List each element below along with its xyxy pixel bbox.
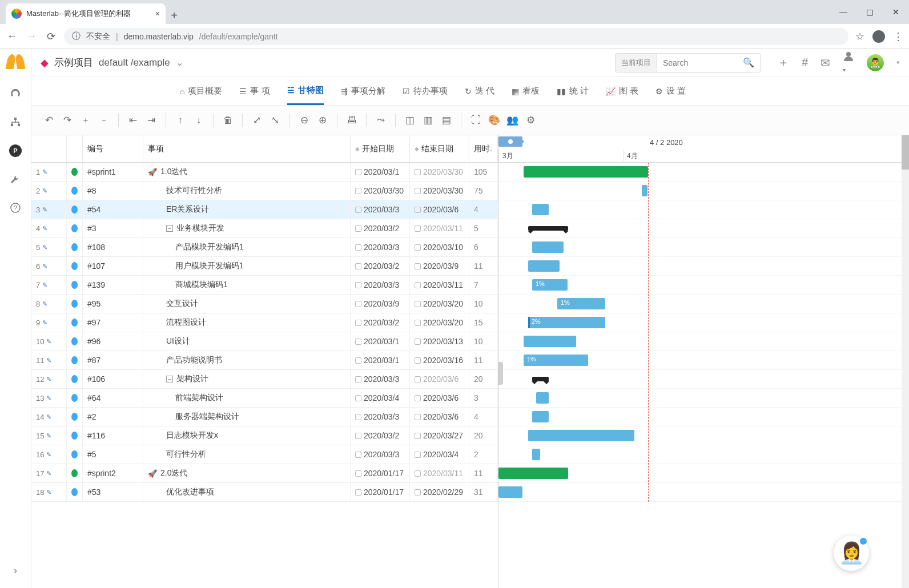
edit-icon[interactable]: ✎ — [42, 244, 47, 251]
row-end-date[interactable]: 2020/03/11 — [410, 219, 469, 237]
collapse-all-button[interactable]: ⤡ — [268, 113, 283, 128]
search-input[interactable] — [657, 54, 737, 72]
checkbox-icon[interactable] — [355, 414, 361, 420]
checkbox-icon[interactable] — [415, 470, 421, 477]
gantt-bar[interactable] — [498, 468, 568, 479]
table-row[interactable]: 10 ✎#96UI设计2020/03/12020/03/1310 — [31, 332, 498, 351]
gantt-bar[interactable] — [528, 260, 560, 272]
checkbox-icon[interactable] — [355, 395, 361, 401]
expand-rail-icon[interactable]: › — [9, 564, 22, 577]
gantt-bar[interactable] — [498, 486, 522, 498]
table-row[interactable]: 14 ✎#2服务器端架构设计2020/03/32020/03/64 — [31, 408, 498, 426]
row-end-date[interactable]: 2020/03/13 — [410, 332, 469, 351]
forward-button[interactable]: → — [25, 30, 38, 43]
row-start-date[interactable]: 2020/03/3 — [351, 408, 410, 426]
row-end-date[interactable]: 2020/03/30 — [410, 163, 469, 181]
gantt-bar[interactable] — [532, 377, 549, 381]
row-start-date[interactable]: 2020/03/3 — [351, 445, 410, 464]
users-icon[interactable]: 👥 — [505, 113, 520, 128]
checkbox-icon[interactable] — [415, 282, 421, 288]
search-scope-tag[interactable]: 当前项目 — [616, 54, 657, 72]
row-start-date[interactable]: 2020/03/2 — [351, 257, 410, 275]
row-end-date[interactable]: 2020/03/6 — [410, 370, 469, 388]
chat-widget[interactable]: 👩‍💼 — [834, 535, 869, 571]
print-button[interactable]: 🖶 — [344, 113, 359, 128]
profile-icon[interactable] — [872, 30, 885, 43]
edit-icon[interactable]: ✎ — [46, 376, 51, 383]
layout-2-button[interactable]: ▥ — [421, 113, 436, 128]
move-up-button[interactable]: ↑ — [173, 113, 188, 128]
insert-below-button[interactable]: － — [96, 113, 111, 128]
row-end-date[interactable]: 2020/03/16 — [410, 351, 469, 369]
fullscreen-button[interactable]: ⛶ — [468, 113, 483, 128]
row-end-date[interactable]: 2020/03/20 — [410, 295, 469, 313]
checkbox-icon[interactable] — [355, 376, 361, 382]
gantt-bar[interactable] — [528, 430, 634, 441]
search-box[interactable]: 当前项目 🔍 — [615, 53, 761, 73]
row-end-date[interactable]: 2020/03/6 — [410, 200, 469, 219]
table-row[interactable]: 18 ✎#53优化改进事项2020/01/172020/02/2931 — [31, 483, 498, 502]
edit-icon[interactable]: ✎ — [46, 432, 51, 440]
expand-all-button[interactable]: ⤢ — [250, 113, 264, 128]
header-task[interactable]: 事项 — [143, 135, 351, 162]
gantt-bar[interactable] — [532, 204, 549, 215]
table-row[interactable]: 12 ✎#106−架构设计2020/03/32020/03/620 — [31, 370, 498, 389]
gantt-bar[interactable] — [524, 336, 576, 347]
checkbox-icon[interactable] — [355, 301, 361, 307]
checkbox-icon[interactable] — [415, 395, 421, 401]
checkbox-icon[interactable] — [415, 301, 421, 307]
gantt-bar[interactable]: 1% — [557, 298, 605, 309]
header-start[interactable]: ◆开始日期 — [351, 135, 410, 162]
row-start-date[interactable]: 2020/01/17 — [351, 464, 410, 482]
help-icon[interactable]: ? — [9, 202, 22, 214]
search-icon[interactable]: 🔍 — [737, 57, 760, 68]
row-end-date[interactable]: 2020/03/4 — [410, 445, 469, 464]
chevron-down-icon[interactable]: ⌄ — [176, 57, 183, 68]
add-icon[interactable]: ＋ — [778, 55, 789, 70]
table-row[interactable]: 11 ✎#87产品功能说明书2020/03/12020/03/1611 — [31, 351, 498, 370]
checkbox-icon[interactable] — [355, 433, 361, 439]
checkbox-icon[interactable] — [355, 489, 361, 496]
table-row[interactable]: 4 ✎#3−业务模块开发2020/03/22020/03/115 — [31, 219, 498, 238]
row-start-date[interactable]: 2020/03/4 — [351, 389, 410, 407]
header-end[interactable]: ◆结束日期 — [410, 135, 469, 162]
dashboard-icon[interactable] — [9, 87, 22, 100]
layout-1-button[interactable]: ◫ — [403, 113, 417, 128]
insert-above-button[interactable]: ＋ — [78, 113, 93, 128]
checkbox-icon[interactable] — [355, 357, 361, 364]
edit-icon[interactable]: ✎ — [46, 338, 51, 345]
checkbox-icon[interactable] — [415, 489, 421, 496]
tab-issues[interactable]: ☰事 项 — [239, 77, 270, 105]
checkbox-icon[interactable] — [355, 339, 361, 345]
checkbox-icon[interactable] — [415, 320, 421, 326]
row-end-date[interactable]: 2020/03/9 — [410, 257, 469, 275]
checkbox-icon[interactable] — [355, 470, 361, 477]
table-row[interactable]: 6 ✎#107用户模块开发编码12020/03/22020/03/911 — [31, 257, 498, 276]
edit-icon[interactable]: ✎ — [46, 489, 51, 496]
row-end-date[interactable]: 2020/03/11 — [410, 276, 469, 294]
app-logo-icon[interactable] — [7, 54, 24, 71]
checkbox-icon[interactable] — [415, 169, 421, 175]
browser-tab[interactable]: Masterlab--简化项目管理的利器 × — [6, 3, 166, 24]
checkbox-icon[interactable] — [355, 207, 361, 213]
indent-button[interactable]: ⇥ — [144, 113, 159, 128]
table-row[interactable]: 17 ✎#sprint2🚀2.0迭代2020/01/172020/03/1111 — [31, 464, 498, 483]
row-end-date[interactable]: 2020/03/6 — [410, 408, 469, 426]
delete-button[interactable]: 🗑 — [220, 113, 235, 128]
row-start-date[interactable]: 2020/03/3 — [351, 370, 410, 388]
checkbox-icon[interactable] — [415, 188, 421, 194]
row-start-date[interactable]: 2020/03/3 — [351, 200, 410, 219]
row-start-date[interactable]: 2020/03/1 — [351, 351, 410, 369]
checkbox-icon[interactable] — [415, 244, 421, 251]
gantt-bar[interactable] — [524, 166, 648, 178]
checkbox-icon[interactable] — [415, 376, 421, 382]
gantt-bar[interactable] — [532, 449, 540, 460]
edit-icon[interactable]: ✎ — [42, 187, 47, 195]
row-start-date[interactable]: 2020/03/3 — [351, 238, 410, 256]
avatar[interactable]: 👨‍⚕️ — [867, 54, 884, 71]
minimize-button[interactable]: — — [830, 0, 856, 24]
zoom-out-button[interactable]: ⊖ — [297, 113, 312, 128]
tab-sprint[interactable]: ↻迭 代 — [465, 77, 494, 105]
edit-icon[interactable]: ✎ — [42, 281, 47, 289]
checkbox-icon[interactable] — [415, 433, 421, 439]
